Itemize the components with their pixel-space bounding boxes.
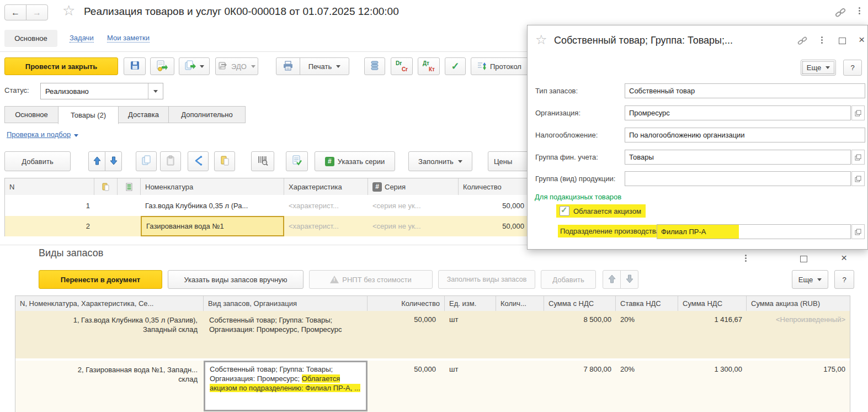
dialog-link-icon[interactable] (797, 35, 808, 48)
rnpt-button[interactable]: ! РНПТ без стоимости (309, 270, 433, 289)
taxation-input[interactable]: По налогообложению организации (625, 128, 865, 142)
nav-tab-main[interactable]: Основное (4, 30, 57, 47)
stock-row2-vat-sum[interactable]: 1 300,00 (683, 365, 742, 373)
goods-compare-button[interactable] (188, 151, 209, 171)
window-more-icon[interactable] (859, 7, 860, 14)
save-button[interactable] (124, 57, 146, 75)
manual-stock-types-button[interactable]: Указать виды запасов вручную (168, 270, 303, 289)
goods-row2-quantity[interactable]: 50,000 (459, 216, 529, 236)
stock-move-up-button[interactable] (603, 270, 621, 289)
organization-input[interactable]: Промресурс (625, 105, 851, 120)
transfer-to-document-button[interactable]: Перенести в документ (39, 270, 162, 289)
dialog-more-button[interactable]: Еще (801, 60, 836, 76)
goods-move-down-button[interactable] (105, 151, 122, 171)
nav-tab-notes[interactable]: Мои заметки (107, 34, 150, 43)
goods-paste-button[interactable] (160, 151, 181, 171)
stock-row-2[interactable]: 2, Газированная вода №1, Западн... склад… (15, 361, 850, 412)
forward-button[interactable]: → (26, 4, 48, 20)
goods-row1-series[interactable]: <серия не ук... (368, 195, 459, 216)
goods-row2-nomenclature-active-cell[interactable]: Газированная вода №1 (141, 216, 284, 236)
stock-row1-unit[interactable]: шт (449, 315, 458, 324)
dt-kt-button[interactable]: ДтКт (418, 57, 440, 75)
stock-row2-excise[interactable]: 175,00 (751, 365, 845, 373)
stock-help-button[interactable]: ? (834, 270, 854, 289)
dialog-help-button[interactable]: ? (843, 60, 862, 76)
tab-tovary[interactable]: Товары (2) (58, 106, 119, 124)
check-and-pick-link[interactable]: Проверка и подбор (7, 130, 78, 139)
goods-row1-n[interactable]: 1 (5, 195, 94, 216)
stock-panel-close-icon[interactable]: × (841, 252, 847, 264)
product-group-open-icon[interactable] (851, 171, 865, 186)
favorite-star-icon[interactable]: ☆ (62, 2, 75, 19)
stock-row2-item[interactable]: 2, Газированная вода №1, Западн... склад (65, 365, 198, 384)
dialog-more-icon[interactable] (821, 36, 823, 44)
edo-button[interactable]: ЭДО (215, 57, 258, 75)
goods-open-card-button[interactable] (214, 151, 235, 171)
status-caret-icon[interactable] (148, 83, 163, 99)
dr-cr-button[interactable]: DrCr (391, 57, 413, 75)
goods-copy-button[interactable] (136, 151, 157, 171)
goods-col-series: # Серия (368, 178, 459, 195)
fin-group-open-icon[interactable] (851, 150, 865, 165)
check-icon: ✓ (451, 60, 459, 72)
stock-type-input[interactable]: Собственный товар (625, 83, 865, 98)
production-dept-input[interactable]: Филиал ПР-А (657, 224, 851, 239)
stock-panel-more-icon[interactable] (745, 255, 747, 262)
goods-check-fill-button[interactable] (286, 151, 308, 171)
product-group-input[interactable] (625, 171, 851, 186)
stock-row2-unit[interactable]: шт (449, 365, 458, 373)
check-document-button[interactable]: ✓ (445, 57, 466, 75)
stock-row1-excise[interactable]: <Непроизведенный> (751, 315, 845, 324)
status-combobox[interactable]: Реализовано (40, 83, 163, 99)
goods-row1-characteristic[interactable]: <характерист... (284, 195, 368, 216)
copy-link-icon[interactable] (834, 7, 846, 20)
stock-more-button[interactable]: Еще (792, 270, 828, 289)
set-series-button[interactable]: # Указать серии (315, 151, 395, 171)
goods-row2-series[interactable]: <серия не ук... (368, 216, 459, 236)
goods-add-button[interactable]: Добавить (4, 151, 71, 171)
post-and-close-button[interactable]: Провести и закрыть (4, 57, 118, 75)
stock-panel-maximize-icon[interactable] (800, 256, 807, 262)
goods-row1-quantity[interactable]: 50,000 (459, 195, 529, 216)
stock-row-1[interactable]: 1, Газ.вода Клубника 0,35 л (Разлив), За… (15, 311, 850, 358)
production-dept-open-icon[interactable] (851, 224, 865, 239)
stock-row2-vat-rate[interactable]: 20% (620, 365, 635, 373)
stock-help-label: ? (842, 276, 846, 284)
dialog-close-icon[interactable]: × (859, 34, 865, 46)
fill-stock-types-button[interactable]: Заполнить виды запасов (438, 270, 535, 289)
goods-col-card-icon (94, 178, 118, 195)
stock-move-down-button[interactable] (620, 270, 638, 289)
dialog-star-icon[interactable]: ☆ (535, 32, 547, 47)
stock-add-button[interactable]: Добавить (541, 270, 596, 289)
goods-move-up-button[interactable] (88, 151, 105, 171)
fin-group-input[interactable]: Товары (625, 150, 851, 165)
print-menu-button[interactable]: Печать (300, 57, 349, 75)
stock-row2-type-active-cell[interactable]: Собственный товар; Группа: Товары; Орган… (204, 361, 368, 411)
stock-row2-qty[interactable]: 50,000 (368, 365, 436, 373)
create-based-on-button[interactable] (179, 57, 210, 75)
stock-row1-qty[interactable]: 50,000 (368, 315, 436, 324)
tab-dopolnitelno[interactable]: Дополнительно (168, 106, 246, 123)
print-icon-button[interactable] (276, 57, 300, 75)
stock-row1-item[interactable]: 1, Газ.вода Клубника 0,35 л (Разлив), За… (65, 315, 198, 334)
stock-row1-type[interactable]: Собственный товар; Группа: Товары; Орган… (209, 315, 359, 334)
stock-row1-sum-vat[interactable]: 8 500,00 (549, 315, 611, 324)
stock-row2-sum-vat[interactable]: 7 800,00 (549, 365, 611, 373)
stock-row1-vat-sum[interactable]: 1 416,67 (683, 315, 742, 324)
goods-barcode-button[interactable] (251, 151, 274, 171)
goods-fill-button[interactable]: Заполнить (408, 151, 472, 171)
tab-osnovnoe[interactable]: Основное (4, 106, 58, 123)
nav-tab-tasks[interactable]: Задачи (70, 34, 94, 43)
stock-row1-vat-rate[interactable]: 20% (620, 315, 635, 324)
dialog-more-caret-icon (826, 66, 830, 69)
organization-open-icon[interactable] (851, 105, 865, 120)
excise-checkbox[interactable]: ✓ (560, 206, 569, 216)
goods-row2-characteristic[interactable]: <характерист... (284, 216, 368, 236)
registers-button[interactable] (364, 57, 385, 75)
post-document-button[interactable] (150, 57, 174, 75)
dialog-maximize-icon[interactable] (839, 38, 846, 44)
goods-row2-n[interactable]: 2 (5, 216, 94, 236)
tab-dostavka[interactable]: Доставка (118, 106, 169, 123)
back-button[interactable]: ← (4, 4, 26, 20)
goods-row1-nomenclature[interactable]: Газ.вода Клубника 0,35 л (Ра... (141, 195, 284, 216)
